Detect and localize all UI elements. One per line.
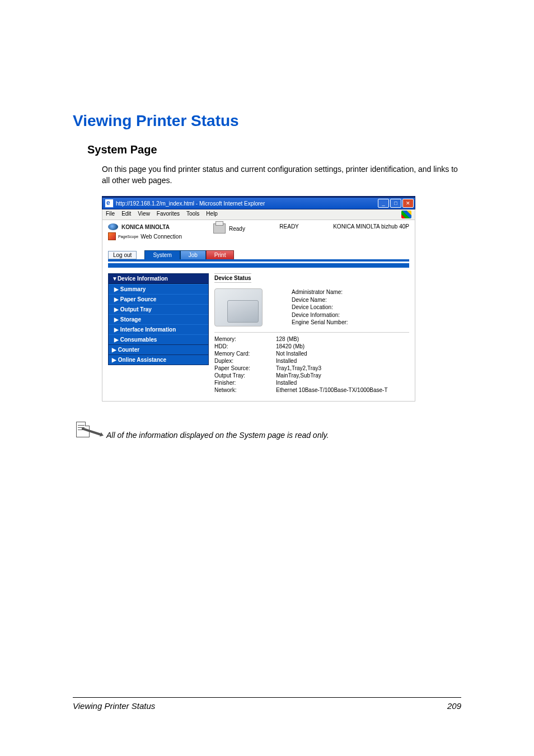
menu-file[interactable]: File	[106, 211, 115, 218]
device-status-heading: Device Status	[214, 273, 251, 283]
kv-val: Ethernet 10Base-T/100Base-TX/1000Base-T	[276, 387, 409, 393]
kv-val: Installed	[276, 380, 409, 386]
label-engine-serial: Engine Serial Number:	[292, 319, 348, 326]
device-image	[214, 288, 263, 326]
menu-view[interactable]: View	[138, 211, 150, 218]
pagescope-label: PageScope	[118, 235, 138, 239]
tab-underline	[108, 259, 409, 262]
kv-key: Output Tray:	[214, 372, 276, 379]
details-divider	[214, 332, 409, 333]
window-maximize-button[interactable]: □	[390, 199, 401, 208]
details-panel: Device Status Administrator Name: Device…	[214, 273, 409, 393]
window-titlebar: http://192.168.1.2/m_index.html - Micros…	[102, 197, 415, 209]
device-model: KONICA MINOLTA bizhub 40P	[333, 223, 409, 230]
note-text: All of the information displayed on the …	[106, 431, 329, 440]
kv-key: Paper Source:	[214, 365, 276, 371]
windows-flag-icon	[401, 211, 411, 218]
kv-val: Installed	[276, 358, 409, 364]
section-heading: System Page	[87, 143, 461, 156]
footer-separator	[73, 697, 461, 698]
brand-logo: KONICA MINOLTA	[108, 223, 209, 230]
menu-tools[interactable]: Tools	[186, 211, 199, 218]
tab-print[interactable]: Print	[206, 250, 235, 259]
kv-key: Duplex:	[214, 358, 276, 364]
sidebar-item-consumables[interactable]: ▶ Consumables	[109, 334, 208, 344]
menu-help[interactable]: Help	[206, 211, 218, 218]
kv-key: Finisher:	[214, 380, 276, 386]
device-kv-grid: Memory:128 (MB) HDD:18420 (Mb) Memory Ca…	[214, 336, 409, 393]
sidebar-item-storage[interactable]: ▶ Storage	[109, 314, 208, 324]
kv-val: MainTray,SubTray	[276, 372, 409, 379]
pagescope-icon	[108, 232, 116, 240]
header-bar	[108, 263, 409, 268]
km-globe-icon	[108, 223, 118, 230]
kv-val: Not Installed	[276, 351, 409, 357]
kv-val: Tray1,Tray2,Tray3	[276, 365, 409, 371]
footer-left: Viewing Printer Status	[73, 701, 155, 711]
footer-page-number: 209	[447, 701, 461, 711]
status-ready-big: READY	[250, 223, 329, 230]
device-info-labels: Administrator Name: Device Name: Device …	[292, 288, 348, 326]
kv-key: HDD:	[214, 343, 276, 349]
sidebar-item-counter[interactable]: ▶ Counter	[108, 345, 209, 355]
brand-name: KONICA MINOLTA	[121, 224, 170, 230]
tab-system[interactable]: System	[144, 250, 180, 259]
sidebar-item-paper-source[interactable]: ▶ Paper Source	[109, 294, 208, 304]
label-device-name: Device Name:	[292, 296, 348, 304]
ie-icon	[105, 199, 114, 208]
window-minimize-button[interactable]: _	[378, 199, 389, 208]
note: All of the information displayed on the …	[76, 422, 461, 440]
sidebar-item-interface-information[interactable]: ▶ Interface Information	[109, 324, 208, 334]
window-title: http://192.168.1.2/m_index.html - Micros…	[116, 200, 378, 207]
sidebar: ▼Device Information ▶ Summary ▶ Paper So…	[108, 273, 209, 393]
sidebar-item-summary[interactable]: ▶ Summary	[109, 284, 208, 294]
menu-edit[interactable]: Edit	[121, 211, 131, 218]
page-content-area: KONICA MINOLTA PageScope Web Connection …	[102, 220, 415, 402]
browser-menubar: File Edit View Favorites Tools Help	[102, 209, 415, 220]
web-connection-label: Web Connection	[140, 234, 182, 240]
sidebar-item-output-tray[interactable]: ▶ Output Tray	[109, 304, 208, 314]
kv-val: 128 (MB)	[276, 336, 409, 342]
window-close-button[interactable]: ✕	[402, 199, 414, 208]
note-icon	[76, 422, 101, 440]
kv-key: Memory:	[214, 336, 276, 342]
label-device-information: Device Information:	[292, 311, 348, 319]
kv-val: 18420 (Mb)	[276, 343, 409, 349]
tab-job[interactable]: Job	[180, 250, 206, 259]
page-heading: Viewing Printer Status	[73, 112, 461, 130]
printer-status-indicator: Ready	[213, 223, 245, 234]
embedded-screenshot: http://192.168.1.2/m_index.html - Micros…	[102, 196, 415, 402]
printer-icon	[213, 223, 226, 234]
logout-button[interactable]: Log out	[108, 251, 137, 259]
kv-key: Memory Card:	[214, 351, 276, 357]
sidebar-header-device-information[interactable]: ▼Device Information	[109, 274, 208, 284]
label-admin-name: Administrator Name:	[292, 288, 348, 296]
label-device-location: Device Location:	[292, 304, 348, 311]
intro-paragraph: On this page you find printer status and…	[102, 164, 461, 186]
sidebar-item-online-assistance[interactable]: ▶ Online Assistance	[108, 355, 209, 365]
kv-key: Network:	[214, 387, 276, 393]
status-ready-small: Ready	[229, 226, 245, 232]
menu-favorites[interactable]: Favorites	[157, 211, 180, 218]
